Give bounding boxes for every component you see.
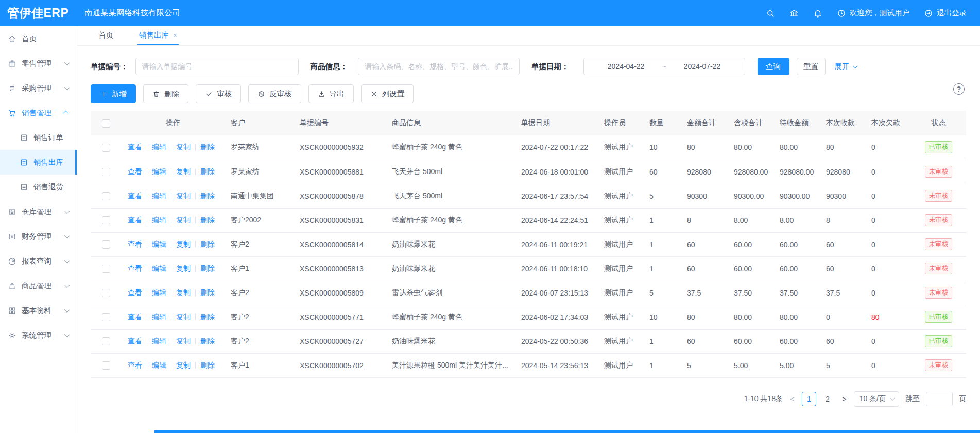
op-编辑-link[interactable]: 编辑 <box>152 167 166 177</box>
sidebar-item-销售出库[interactable]: 销售出库 <box>0 150 77 175</box>
op-编辑-link[interactable]: 编辑 <box>152 313 166 322</box>
status-badge: 已审核 <box>925 335 953 348</box>
op-查看-link[interactable]: 查看 <box>128 337 142 346</box>
row-checkbox[interactable] <box>102 192 110 200</box>
row-status-cell: 未审核 <box>911 232 966 256</box>
page-size-select[interactable]: 10 条/页 <box>854 391 899 407</box>
search-button[interactable]: 查询 <box>758 58 789 75</box>
op-删除-link[interactable]: 删除 <box>200 361 215 370</box>
sidebar-item-报表查询[interactable]: 报表查询 <box>0 249 77 273</box>
reset-button[interactable]: 重置 <box>797 58 826 75</box>
op-查看-link[interactable]: 查看 <box>128 143 142 152</box>
op-编辑-link[interactable]: 编辑 <box>152 143 166 152</box>
help-icon[interactable]: ? <box>953 83 965 95</box>
反审核-button[interactable]: 反审核 <box>248 84 301 103</box>
列设置-button[interactable]: 列设置 <box>361 84 414 103</box>
date-range-input[interactable]: 2024-04-22 ~ 2024-07-22 <box>583 58 745 75</box>
sidebar-item-系统管理[interactable]: 系统管理 <box>0 323 77 348</box>
row-product: 奶油味爆米花 <box>386 329 515 353</box>
删除-button[interactable]: 删除 <box>143 84 188 103</box>
next-page-button[interactable]: > <box>841 394 848 403</box>
op-查看-link[interactable]: 查看 <box>128 288 142 298</box>
op-查看-link[interactable]: 查看 <box>128 216 142 225</box>
op-删除-link[interactable]: 删除 <box>200 337 215 346</box>
op-编辑-link[interactable]: 编辑 <box>152 264 166 273</box>
op-删除-link[interactable]: 删除 <box>200 192 215 201</box>
导出-button[interactable]: 导出 <box>308 84 354 103</box>
sidebar-item-基本资料[interactable]: 基本资料 <box>0 298 77 323</box>
op-复制-link[interactable]: 复制 <box>176 288 191 298</box>
row-product: 美汁源果粒橙 500ml 美汁美汁美汁... <box>386 353 515 377</box>
op-查看-link[interactable]: 查看 <box>128 361 142 370</box>
product-input[interactable] <box>358 58 520 75</box>
op-删除-link[interactable]: 删除 <box>200 313 215 322</box>
page-button-1[interactable]: 1 <box>802 392 816 406</box>
op-编辑-link[interactable]: 编辑 <box>152 337 166 346</box>
sidebar-item-销售管理[interactable]: 销售管理 <box>0 100 77 125</box>
op-查看-link[interactable]: 查看 <box>128 264 142 273</box>
tab-销售出库[interactable]: 销售出库× <box>137 26 179 45</box>
sidebar-item-销售订单[interactable]: 销售订单 <box>0 125 77 150</box>
welcome-user[interactable]: 欢迎您，测试用户 <box>837 8 909 18</box>
op-编辑-link[interactable]: 编辑 <box>152 216 166 225</box>
op-删除-link[interactable]: 删除 <box>200 288 215 298</box>
sidebar-item-仓库管理[interactable]: 仓库管理 <box>0 199 77 224</box>
op-删除-link[interactable]: 删除 <box>200 240 215 249</box>
jump-page-input[interactable] <box>926 392 953 406</box>
row-checkbox[interactable] <box>102 144 110 152</box>
bank-icon[interactable] <box>789 9 799 18</box>
op-复制-link[interactable]: 复制 <box>176 167 191 177</box>
op-复制-link[interactable]: 复制 <box>176 240 191 249</box>
op-编辑-link[interactable]: 编辑 <box>152 361 166 370</box>
prev-page-button[interactable]: < <box>789 394 796 403</box>
tab-首页[interactable]: 首页 <box>97 26 115 45</box>
row-checkbox[interactable] <box>102 289 110 297</box>
op-查看-link[interactable]: 查看 <box>128 192 142 201</box>
op-复制-link[interactable]: 复制 <box>176 337 191 346</box>
doc-no-input[interactable] <box>135 58 299 75</box>
新增-button[interactable]: 新增 <box>91 84 136 103</box>
logout-button[interactable]: 退出登录 <box>924 8 967 18</box>
op-复制-link[interactable]: 复制 <box>176 216 191 225</box>
审核-button[interactable]: 审核 <box>196 84 241 103</box>
row-checkbox[interactable] <box>102 216 110 224</box>
expand-link[interactable]: 展开 <box>835 62 856 72</box>
row-op-links: 查看编辑复制删除 <box>128 143 221 152</box>
op-查看-link[interactable]: 查看 <box>128 313 142 322</box>
op-删除-link[interactable]: 删除 <box>200 143 215 152</box>
sidebar-item-首页[interactable]: 首页 <box>0 26 77 51</box>
row-checkbox[interactable] <box>102 240 110 249</box>
op-删除-link[interactable]: 删除 <box>200 264 215 273</box>
sidebar-item-零售管理[interactable]: 零售管理 <box>0 51 77 76</box>
op-编辑-link[interactable]: 编辑 <box>152 192 166 201</box>
sidebar-item-采购管理[interactable]: 采购管理 <box>0 76 77 100</box>
sidebar-item-销售退货[interactable]: 销售退货 <box>0 175 77 199</box>
sidebar-item-财务管理[interactable]: 财务管理 <box>0 224 77 249</box>
op-删除-link[interactable]: 删除 <box>200 167 215 177</box>
op-复制-link[interactable]: 复制 <box>176 313 191 322</box>
op-复制-link[interactable]: 复制 <box>176 361 191 370</box>
row-product: 飞天茅台 500ml <box>386 184 515 208</box>
sidebar-item-商品管理[interactable]: 商品管理 <box>0 273 77 298</box>
row-checkbox[interactable] <box>102 337 110 345</box>
op-删除-link[interactable]: 删除 <box>200 216 215 225</box>
jump-suffix: 页 <box>959 394 966 404</box>
row-checkbox[interactable] <box>102 168 110 176</box>
op-查看-link[interactable]: 查看 <box>128 240 142 249</box>
row-doc-no: XSCK00000005932 <box>294 135 386 160</box>
op-编辑-link[interactable]: 编辑 <box>152 240 166 249</box>
row-checkbox[interactable] <box>102 265 110 273</box>
bell-icon[interactable] <box>813 9 822 18</box>
search-icon[interactable] <box>766 9 775 18</box>
row-checkbox[interactable] <box>102 361 110 370</box>
op-复制-link[interactable]: 复制 <box>176 192 191 201</box>
op-复制-link[interactable]: 复制 <box>176 264 191 273</box>
page-button-2[interactable]: 2 <box>820 392 835 406</box>
close-icon[interactable]: × <box>173 31 177 39</box>
row-checkbox[interactable] <box>102 313 110 321</box>
op-编辑-link[interactable]: 编辑 <box>152 288 166 298</box>
op-复制-link[interactable]: 复制 <box>176 143 191 152</box>
op-查看-link[interactable]: 查看 <box>128 167 142 177</box>
table-row: 查看编辑复制删除客户2XSCK00000005809雷达杀虫气雾剂2024-06… <box>91 281 966 305</box>
select-all-checkbox[interactable] <box>102 119 110 128</box>
